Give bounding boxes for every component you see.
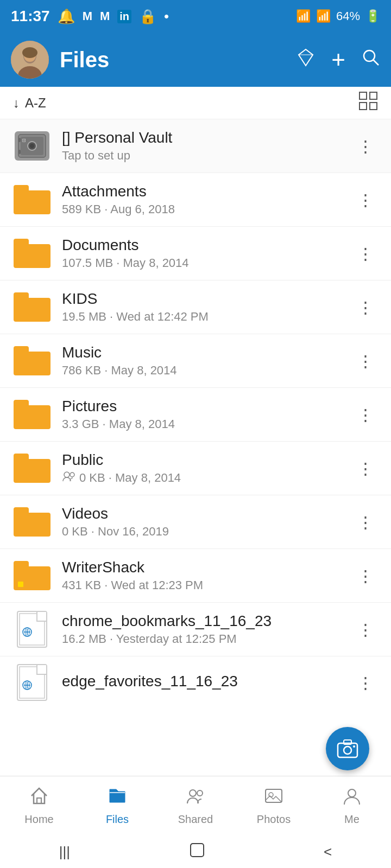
more-options-icon[interactable]: ⋮ [353, 508, 378, 536]
view-toggle-icon[interactable] [358, 91, 378, 114]
me-icon [342, 786, 362, 810]
vault-prefix: [] [62, 129, 74, 146]
battery-label: 64% [336, 9, 360, 23]
sort-arrow-icon: ↓ [13, 95, 20, 111]
diamond-icon[interactable] [297, 48, 315, 71]
sort-bar: ↓ A-Z [0, 87, 391, 119]
nav-item-photos[interactable]: Photos [235, 776, 313, 835]
shared-people-icon [62, 471, 76, 485]
more-options-icon[interactable]: ⋮ [353, 186, 378, 214]
svg-rect-12 [370, 103, 377, 110]
add-icon[interactable]: + [331, 46, 345, 73]
file-info: KIDS 19.5 MB · Wed at 12:42 PM [62, 290, 342, 324]
list-item[interactable]: Attachments 589 KB · Aug 6, 2018 ⋮ [0, 173, 391, 227]
list-item[interactable]: Videos 0 KB · Nov 16, 2019 ⋮ [0, 495, 391, 549]
list-item[interactable]: Music 786 KB · May 8, 2014 ⋮ [0, 334, 391, 388]
sort-control[interactable]: ↓ A-Z [13, 95, 46, 111]
file-info: Public 0 KB · May 8, 2014 [62, 451, 342, 485]
folder-icon [14, 185, 51, 214]
more-options-icon[interactable]: ⋮ [353, 240, 378, 267]
nav-label-photos: Photos [257, 813, 291, 826]
nav-label-home: Home [24, 813, 53, 826]
linkedin-icon: in [117, 10, 131, 23]
app-header: Files + [0, 33, 391, 87]
document-icon [17, 664, 47, 701]
file-meta: Tap to set up [62, 149, 342, 163]
file-meta: 431 KB · Wed at 12:23 PM [62, 578, 342, 592]
svg-rect-11 [360, 103, 367, 110]
files-icon [108, 786, 127, 810]
list-item[interactable]: Public 0 KB · May 8, 2014 ⋮ [0, 442, 391, 495]
more-options-icon[interactable]: ⋮ [353, 669, 378, 697]
nav-item-me[interactable]: Me [313, 776, 391, 835]
dot-icon: • [164, 8, 169, 25]
file-meta: 589 KB · Aug 6, 2018 [62, 202, 342, 216]
file-name: Music [62, 344, 342, 361]
svg-rect-34 [37, 798, 41, 803]
list-item[interactable]: Pictures 3.3 GB · May 8, 2014 ⋮ [0, 388, 391, 442]
sort-label: A-Z [25, 95, 46, 111]
nav-item-home[interactable]: Home [0, 776, 78, 835]
recents-button[interactable]: ||| [59, 844, 70, 860]
more-options-icon[interactable]: ⋮ [353, 132, 378, 160]
more-options-icon[interactable]: ⋮ [353, 616, 378, 643]
svg-line-8 [373, 60, 379, 65]
list-item[interactable]: edge_favorites_11_16_23 ⋮ [0, 656, 391, 709]
svg-text:⊡: ⊡ [22, 137, 26, 144]
svg-marker-6 [299, 49, 313, 55]
list-item[interactable]: KIDS 19.5 MB · Wed at 12:42 PM ⋮ [0, 280, 391, 334]
photos-icon [264, 786, 283, 810]
file-meta: 3.3 GB · May 8, 2014 [62, 417, 342, 431]
more-options-icon[interactable]: ⋮ [353, 401, 378, 429]
back-button[interactable]: < [324, 844, 332, 860]
status-right: 📶 📶 64% 🔋 [296, 9, 380, 23]
bell-icon: 🔔 [58, 8, 75, 25]
folder-icon [14, 561, 51, 590]
camera-fab[interactable] [326, 727, 369, 770]
folder-icon [14, 239, 51, 268]
nav-item-shared[interactable]: Shared [156, 776, 235, 835]
file-meta: 0 KB · Nov 16, 2019 [62, 525, 342, 539]
avatar[interactable] [11, 41, 49, 79]
svg-point-20 [64, 472, 70, 477]
svg-rect-40 [191, 844, 204, 857]
list-item[interactable]: chrome_bookmarks_11_16_23 16.2 MB · Yest… [0, 603, 391, 656]
folder-icon-wrap [13, 183, 51, 216]
more-options-icon[interactable]: ⋮ [353, 293, 378, 321]
file-info: edge_favorites_11_16_23 [62, 673, 342, 692]
gmail-icon: M [83, 9, 92, 23]
file-name: Documents [62, 237, 342, 254]
file-meta: 16.2 MB · Yesterday at 12:25 PM [62, 632, 342, 646]
home-button[interactable] [188, 841, 206, 863]
svg-rect-10 [370, 92, 377, 99]
nav-label-shared: Shared [178, 813, 213, 826]
list-item[interactable]: WriterShack 431 KB · Wed at 12:23 PM ⋮ [0, 549, 391, 603]
vault-icon: ⊡ [15, 131, 49, 161]
list-item[interactable]: Documents 107.5 MB · May 8, 2014 ⋮ [0, 227, 391, 280]
nav-item-files[interactable]: Files [78, 776, 156, 835]
more-options-icon[interactable]: ⋮ [353, 347, 378, 375]
folder-icon [14, 400, 51, 429]
list-item[interactable]: ⊡ [] Personal Vault Tap to set up ⋮ [0, 119, 391, 173]
more-options-icon[interactable]: ⋮ [353, 562, 378, 590]
more-options-icon[interactable]: ⋮ [353, 455, 378, 482]
status-bar: 11:37 🔔 M M in 🔒 • 📶 📶 64% 🔋 [0, 0, 391, 33]
status-left: 11:37 🔔 M M in 🔒 • [11, 8, 169, 25]
file-info: WriterShack 431 KB · Wed at 12:23 PM [62, 559, 342, 592]
folder-icon-wrap [13, 291, 51, 323]
svg-point-31 [344, 746, 351, 754]
shared-icon [186, 786, 205, 810]
file-icon-wrap [13, 613, 51, 646]
nav-label-me: Me [344, 813, 360, 826]
folder-icon [14, 292, 51, 322]
svg-rect-30 [338, 743, 357, 757]
svg-point-39 [348, 789, 356, 797]
folder-icon [14, 346, 51, 375]
nav-label-files: Files [106, 813, 129, 826]
status-time: 11:37 [11, 8, 50, 25]
avatar-image [11, 41, 49, 79]
search-icon[interactable] [362, 48, 380, 71]
file-name: KIDS [62, 290, 342, 308]
file-name: WriterShack [62, 559, 342, 576]
file-info: Videos 0 KB · Nov 16, 2019 [62, 505, 342, 539]
